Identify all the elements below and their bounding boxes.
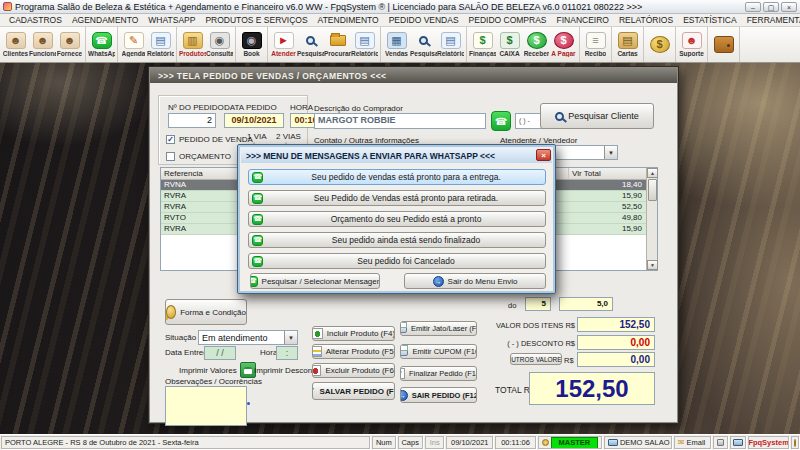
toolbar-button-fornecedores[interactable]: ☻ Fornece: [56, 28, 83, 61]
status-user-level: MASTER: [538, 436, 602, 449]
dialog-close-button[interactable]: ×: [536, 149, 551, 161]
window-title: Programa Salão de Beleza & Estética + Ag…: [15, 2, 741, 12]
emitir-cupom-button[interactable]: Emitir CUPOM (F10): [400, 344, 477, 359]
sair-pedido-button[interactable]: → SAIR PEDIDO (F12): [400, 387, 477, 403]
toolbar-button-book[interactable]: ◉ Book: [238, 28, 265, 61]
attend-icon: ►: [274, 32, 294, 49]
chevron-down-icon[interactable]: ▼: [284, 331, 297, 344]
pedido-venda-checkbox[interactable]: ✓: [166, 135, 175, 144]
forma-condicao-button[interactable]: Forma e Condição: [165, 299, 247, 325]
qty1-field[interactable]: 5: [525, 297, 551, 311]
message-button-finalizando[interactable]: ☎ Seu pedido ainda está sendo finalizado: [248, 232, 546, 248]
chevron-down-icon[interactable]: ▼: [604, 146, 617, 159]
orcamento-label: ORÇAMENTO: [179, 152, 231, 161]
toolbar-button-consultar[interactable]: ◉ Consultar: [206, 28, 233, 61]
close-button[interactable]: ×: [781, 2, 797, 12]
table-scrollbar[interactable]: ▲ ▼: [646, 168, 657, 270]
toolbar-button-relatorio-vendas[interactable]: ▤ Relatório: [437, 28, 464, 61]
message-label: Seu Pedido de Vendas está pronto para re…: [267, 193, 545, 203]
toolbar-button-caixa[interactable]: $ CAIXA: [496, 28, 523, 61]
outros-valores-field[interactable]: 0,00: [577, 352, 655, 367]
menu-cadastros[interactable]: CADASTROS: [4, 15, 67, 25]
toolbar-button-pesquisa-atendimento[interactable]: Pesquisa: [297, 28, 324, 61]
scrollbar-thumb[interactable]: [648, 179, 657, 201]
excluir-produto-button[interactable]: Excluir Produto (F6): [312, 363, 395, 378]
status-monitor[interactable]: [730, 436, 746, 449]
menu-agendamento[interactable]: AGENDAMENTO: [67, 15, 143, 25]
message-button-cancelado[interactable]: ☎ Seu pedido foi Cancelado: [248, 253, 546, 269]
toolbar-button-moeda[interactable]: $: [646, 28, 673, 61]
scroll-up-icon[interactable]: ▲: [647, 168, 658, 178]
scroll-down-icon[interactable]: ▼: [647, 260, 658, 270]
envelope-icon: ✉: [678, 438, 685, 447]
toolbar-button-cartas[interactable]: ▤ Cartas: [614, 28, 641, 61]
toolbar-button-recibo[interactable]: ≡ Recibo: [582, 28, 609, 61]
menu-pedido-vendas[interactable]: PEDIDO VENDAS: [384, 15, 464, 25]
menu-financeiro[interactable]: FINANCEIRO: [552, 15, 614, 25]
search-icon: [306, 36, 315, 45]
alterar-produto-button[interactable]: Alterar Produto (F5): [312, 344, 395, 359]
data-entrega-field[interactable]: / /: [204, 346, 236, 360]
status-printer[interactable]: [713, 436, 729, 449]
salvar-pedido-button[interactable]: ✓ SALVAR PEDIDO (F7): [312, 382, 395, 400]
minimize-button[interactable]: –: [745, 2, 761, 12]
situacao-combo[interactable]: Em atendimento ▼: [198, 330, 298, 345]
message-button-retirada[interactable]: ☎ Seu Pedido de Vendas está pronto para …: [248, 190, 546, 206]
message-button-orcamento[interactable]: ☎ Orçamento do seu Pedido está a pronto: [248, 211, 546, 227]
desconto-field[interactable]: 0,00: [577, 335, 655, 350]
menu-atendimento[interactable]: ATENDIMENTO: [313, 15, 384, 25]
numero-pedido-field[interactable]: 2: [168, 113, 216, 128]
monitor-icon: [733, 439, 743, 446]
toolbar-button-financas[interactable]: $ Finanças: [469, 28, 496, 61]
orcamento-checkbox-row[interactable]: ORÇAMENTO: [166, 152, 231, 161]
toolbar-button-sair[interactable]: [710, 28, 737, 61]
toolbar-button-agenda[interactable]: ✎ Agenda: [120, 28, 147, 61]
emitir-jato-laser-button[interactable]: Emitir Jato/Laser (F8): [400, 321, 477, 336]
toolbar-button-atender[interactable]: ► Atender: [270, 28, 297, 61]
emitir-cupom-label: Emitir CUPOM (F10): [412, 347, 477, 356]
status-extra: [791, 436, 799, 449]
status-location: PORTO ALEGRE - RS 8 de Outubro de 2021 -…: [1, 436, 370, 449]
pesquisar-mensagem-button[interactable]: ☎ Pesquisar / Selecionar Mensagem: [250, 273, 380, 289]
menu-estatistica[interactable]: ESTATÍSTICA: [678, 15, 742, 25]
toolbar-button-produtos[interactable]: ▥ Produtos: [179, 28, 206, 61]
menu-relatorios[interactable]: RELATÓRIOS: [614, 15, 678, 25]
menu-ferramentas[interactable]: FERRAMENTAS: [742, 15, 800, 25]
pesquisar-cliente-button[interactable]: Pesquisar Cliente: [540, 103, 654, 129]
menu-pedido-compras[interactable]: PEDIDO COMPRAS: [464, 15, 552, 25]
hora-entrega-field[interactable]: :: [276, 346, 298, 360]
pedido-venda-checkbox-row[interactable]: ✓ PEDIDO DE VENDA: [166, 135, 253, 144]
orcamento-checkbox[interactable]: [166, 152, 175, 161]
menu-produtos-servicos[interactable]: PRODUTOS E SERVIÇOS: [200, 15, 312, 25]
maximize-button[interactable]: ▢: [763, 2, 779, 12]
toolbar-button-a-pagar[interactable]: $ A Pagar: [550, 28, 577, 61]
toolbar-button-procurar[interactable]: Procurar: [324, 28, 351, 61]
computer-icon: [608, 439, 618, 446]
col-vlr-total[interactable]: Vlr Total: [568, 168, 646, 179]
whatsapp-icon: ☎: [252, 172, 263, 183]
whatsapp-send-button[interactable]: ☎: [491, 111, 511, 131]
toolbar-button-funcionarios[interactable]: ☻ Funciona: [29, 28, 56, 61]
menu-whatsapp[interactable]: WHATSAPP: [143, 15, 200, 25]
sair-menu-envio-button[interactable]: → Sair do Menu Envio: [404, 273, 546, 289]
incluir-produto-button[interactable]: Incluir Produto (F4): [312, 326, 395, 341]
message-button-entrega[interactable]: ☎ Seu pedido de vendas está pronto para …: [248, 169, 546, 185]
toolbar-button-relatorio-atendimento[interactable]: ▤ Relatório: [351, 28, 378, 61]
status-email[interactable]: ✉ Email: [674, 436, 711, 449]
comprador-field[interactable]: MARGOT ROBBIE: [314, 113, 486, 129]
toolbar-button-whatsapp[interactable]: ☎ WhatsApp: [88, 28, 115, 61]
outros-valores-button[interactable]: OUTROS VALORES: [510, 353, 562, 365]
edit-product-icon: [312, 346, 322, 357]
observacoes-textarea[interactable]: [165, 386, 247, 426]
col-referencia[interactable]: Referencia: [161, 168, 249, 179]
qty2-field[interactable]: 5,0: [559, 297, 613, 311]
toolbar-button-receber[interactable]: $ Receber: [523, 28, 550, 61]
report-icon: ▤: [355, 32, 375, 49]
data-pedido-field[interactable]: 09/10/2021: [224, 113, 284, 128]
toolbar-button-relatorio-agenda[interactable]: ▤ Relatório: [147, 28, 174, 61]
toolbar-button-clientes[interactable]: ☻ Clientes: [2, 28, 29, 61]
toolbar-button-pesquisa-vendas[interactable]: Pesquisa: [410, 28, 437, 61]
toolbar-button-vendas[interactable]: ▦ Vendas: [383, 28, 410, 61]
finalizar-pedido-button[interactable]: ✓ Finalizar Pedido (F11): [400, 366, 477, 381]
toolbar-button-suporte[interactable]: ☻ Suporte: [678, 28, 705, 61]
